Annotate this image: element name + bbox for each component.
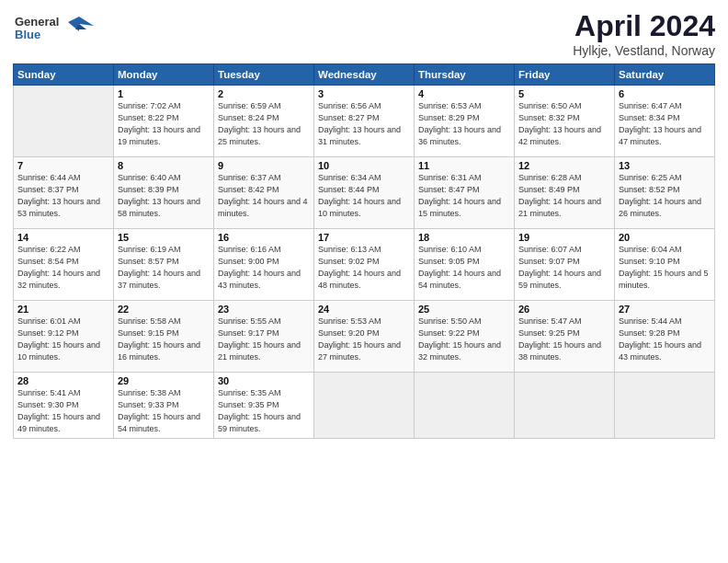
day-header-wednesday: Wednesday (314, 64, 415, 86)
day-number: 25 (418, 304, 510, 315)
calendar-cell: 3Sunrise: 6:56 AMSunset: 8:27 PMDaylight… (314, 86, 415, 157)
day-info: Sunrise: 5:50 AMSunset: 9:22 PMDaylight:… (418, 316, 510, 363)
day-number: 3 (318, 88, 410, 99)
calendar-cell: 18Sunrise: 6:10 AMSunset: 9:05 PMDayligh… (415, 229, 515, 301)
calendar-cell: 1Sunrise: 7:02 AMSunset: 8:22 PMDaylight… (114, 86, 214, 157)
day-number: 12 (518, 160, 610, 171)
day-info: Sunrise: 6:04 AMSunset: 9:10 PMDaylight:… (619, 244, 711, 292)
day-header-saturday: Saturday (615, 64, 715, 86)
day-info: Sunrise: 6:25 AMSunset: 8:52 PMDaylight:… (619, 172, 711, 220)
calendar-cell: 4Sunrise: 6:53 AMSunset: 8:29 PMDaylight… (415, 86, 515, 157)
day-info: Sunrise: 6:28 AMSunset: 8:49 PMDaylight:… (518, 172, 610, 220)
day-number: 1 (118, 88, 210, 99)
day-info: Sunrise: 6:10 AMSunset: 9:05 PMDaylight:… (418, 244, 510, 292)
calendar-cell: 7Sunrise: 6:44 AMSunset: 8:37 PMDaylight… (14, 157, 114, 229)
day-info: Sunrise: 6:59 AMSunset: 8:24 PMDaylight:… (218, 100, 310, 148)
calendar-cell (515, 373, 615, 439)
day-number: 9 (218, 160, 310, 171)
day-number: 7 (17, 160, 109, 171)
day-info: Sunrise: 5:41 AMSunset: 9:30 PMDaylight:… (17, 387, 109, 435)
day-number: 27 (619, 304, 711, 315)
day-info: Sunrise: 5:53 AMSunset: 9:20 PMDaylight:… (318, 316, 410, 363)
day-info: Sunrise: 7:02 AMSunset: 8:22 PMDaylight:… (118, 100, 210, 148)
title-block: April 2024 Hylkje, Vestland, Norway (573, 9, 715, 58)
calendar-cell: 24Sunrise: 5:53 AMSunset: 9:20 PMDayligh… (314, 301, 415, 373)
day-number: 29 (118, 375, 210, 386)
calendar-cell: 9Sunrise: 6:37 AMSunset: 8:42 PMDaylight… (214, 157, 314, 229)
day-info: Sunrise: 6:22 AMSunset: 8:54 PMDaylight:… (17, 244, 109, 292)
calendar-cell: 23Sunrise: 5:55 AMSunset: 9:17 PMDayligh… (214, 301, 314, 373)
calendar-table: SundayMondayTuesdayWednesdayThursdayFrid… (13, 63, 715, 439)
day-info: Sunrise: 6:34 AMSunset: 8:44 PMDaylight:… (318, 172, 410, 220)
calendar-cell: 28Sunrise: 5:41 AMSunset: 9:30 PMDayligh… (14, 373, 114, 439)
day-number: 10 (318, 160, 410, 171)
calendar-cell: 11Sunrise: 6:31 AMSunset: 8:47 PMDayligh… (415, 157, 515, 229)
svg-text:Blue: Blue (15, 28, 40, 41)
day-info: Sunrise: 6:01 AMSunset: 9:12 PMDaylight:… (17, 316, 109, 363)
calendar-cell: 30Sunrise: 5:35 AMSunset: 9:35 PMDayligh… (214, 373, 314, 439)
day-info: Sunrise: 6:56 AMSunset: 8:27 PMDaylight:… (318, 100, 410, 148)
day-number: 14 (17, 232, 109, 243)
calendar-cell: 20Sunrise: 6:04 AMSunset: 9:10 PMDayligh… (615, 229, 715, 301)
day-number: 4 (418, 88, 510, 99)
day-number: 26 (518, 304, 610, 315)
calendar-cell: 16Sunrise: 6:16 AMSunset: 9:00 PMDayligh… (214, 229, 314, 301)
calendar-cell: 27Sunrise: 5:44 AMSunset: 9:28 PMDayligh… (615, 301, 715, 373)
day-number: 11 (418, 160, 510, 171)
day-number: 28 (17, 375, 109, 386)
day-header-sunday: Sunday (14, 64, 114, 86)
calendar-cell: 5Sunrise: 6:50 AMSunset: 8:32 PMDaylight… (515, 86, 615, 157)
calendar-cell: 10Sunrise: 6:34 AMSunset: 8:44 PMDayligh… (314, 157, 415, 229)
day-info: Sunrise: 6:44 AMSunset: 8:37 PMDaylight:… (17, 172, 109, 220)
day-number: 30 (218, 375, 310, 386)
day-info: Sunrise: 5:55 AMSunset: 9:17 PMDaylight:… (218, 316, 310, 363)
day-info: Sunrise: 6:53 AMSunset: 8:29 PMDaylight:… (418, 100, 510, 148)
day-info: Sunrise: 6:40 AMSunset: 8:39 PMDaylight:… (118, 172, 210, 220)
calendar-cell: 12Sunrise: 6:28 AMSunset: 8:49 PMDayligh… (515, 157, 615, 229)
day-header-friday: Friday (515, 64, 615, 86)
day-header-thursday: Thursday (415, 64, 515, 86)
day-info: Sunrise: 6:37 AMSunset: 8:42 PMDaylight:… (218, 172, 310, 220)
day-number: 19 (518, 232, 610, 243)
calendar-cell: 2Sunrise: 6:59 AMSunset: 8:24 PMDaylight… (214, 86, 314, 157)
day-info: Sunrise: 5:47 AMSunset: 9:25 PMDaylight:… (518, 316, 610, 363)
day-info: Sunrise: 6:31 AMSunset: 8:47 PMDaylight:… (418, 172, 510, 220)
month-title: April 2024 (573, 9, 715, 43)
calendar-cell: 29Sunrise: 5:38 AMSunset: 9:33 PMDayligh… (114, 373, 214, 439)
calendar-cell: 26Sunrise: 5:47 AMSunset: 9:25 PMDayligh… (515, 301, 615, 373)
day-number: 16 (218, 232, 310, 243)
day-info: Sunrise: 6:16 AMSunset: 9:00 PMDaylight:… (218, 244, 310, 292)
calendar-cell (415, 373, 515, 439)
day-header-monday: Monday (114, 64, 214, 86)
calendar-cell (314, 373, 415, 439)
day-number: 5 (518, 88, 610, 99)
day-header-tuesday: Tuesday (214, 64, 314, 86)
calendar-cell (615, 373, 715, 439)
calendar-cell: 15Sunrise: 6:19 AMSunset: 8:57 PMDayligh… (114, 229, 214, 301)
day-info: Sunrise: 5:44 AMSunset: 9:28 PMDaylight:… (619, 316, 711, 363)
calendar-cell: 13Sunrise: 6:25 AMSunset: 8:52 PMDayligh… (615, 157, 715, 229)
day-number: 13 (619, 160, 711, 171)
day-info: Sunrise: 5:58 AMSunset: 9:15 PMDaylight:… (118, 316, 210, 363)
calendar-cell: 8Sunrise: 6:40 AMSunset: 8:39 PMDaylight… (114, 157, 214, 229)
day-number: 22 (118, 304, 210, 315)
day-number: 6 (619, 88, 711, 99)
calendar-cell: 25Sunrise: 5:50 AMSunset: 9:22 PMDayligh… (415, 301, 515, 373)
calendar-cell: 22Sunrise: 5:58 AMSunset: 9:15 PMDayligh… (114, 301, 214, 373)
day-number: 2 (218, 88, 310, 99)
day-number: 18 (418, 232, 510, 243)
day-number: 17 (318, 232, 410, 243)
svg-text:General: General (15, 15, 59, 29)
day-info: Sunrise: 6:07 AMSunset: 9:07 PMDaylight:… (518, 244, 610, 292)
calendar-cell: 21Sunrise: 6:01 AMSunset: 9:12 PMDayligh… (14, 301, 114, 373)
day-number: 20 (619, 232, 711, 243)
day-info: Sunrise: 6:13 AMSunset: 9:02 PMDaylight:… (318, 244, 410, 292)
calendar-cell: 19Sunrise: 6:07 AMSunset: 9:07 PMDayligh… (515, 229, 615, 301)
calendar-cell: 14Sunrise: 6:22 AMSunset: 8:54 PMDayligh… (14, 229, 114, 301)
logo: General Blue (13, 9, 96, 52)
day-number: 21 (17, 304, 109, 315)
calendar-cell: 6Sunrise: 6:47 AMSunset: 8:34 PMDaylight… (615, 86, 715, 157)
calendar-cell (14, 86, 114, 157)
day-info: Sunrise: 6:19 AMSunset: 8:57 PMDaylight:… (118, 244, 210, 292)
day-info: Sunrise: 6:50 AMSunset: 8:32 PMDaylight:… (518, 100, 610, 148)
